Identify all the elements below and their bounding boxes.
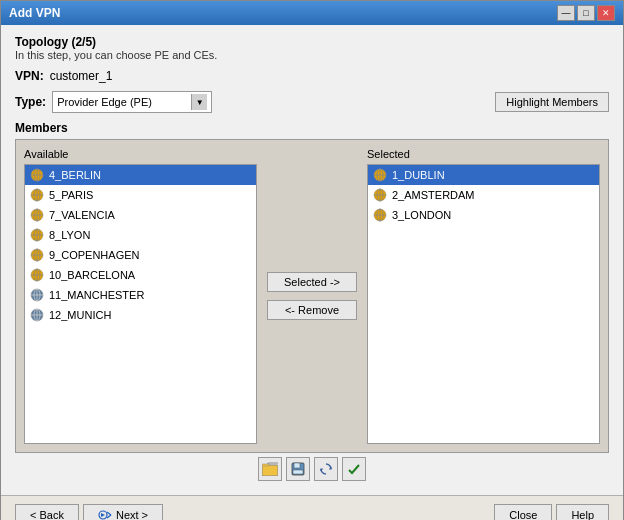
node-icon-barcelona [29, 267, 45, 283]
svg-rect-47 [294, 463, 300, 468]
help-button[interactable]: Help [556, 504, 609, 520]
selected-item-dublin[interactable]: 1_DUBLIN [368, 165, 599, 185]
members-label: Members [15, 121, 609, 135]
node-icon-london [372, 207, 388, 223]
type-row: Type: Provider Edge (PE) ▼ Highlight Mem… [15, 91, 609, 113]
next-icon [98, 510, 112, 520]
footer-left: < Back Next > [15, 504, 163, 520]
toolbar-btn-save[interactable] [286, 457, 310, 481]
vpn-row: VPN: customer_1 [15, 69, 609, 83]
topology-subtitle: In this step, you can choose PE and CEs. [15, 49, 609, 61]
node-icon-valencia [29, 207, 45, 223]
node-icon-paris [29, 187, 45, 203]
available-item-manchester[interactable]: 11_MANCHESTER [25, 285, 256, 305]
available-item-name-copenhagen: 9_COPENHAGEN [49, 249, 139, 261]
selected-item-name-london: 3_LONDON [392, 209, 451, 221]
available-item-name-barcelona: 10_BARCELONA [49, 269, 135, 281]
available-item-valencia[interactable]: 7_VALENCIA [25, 205, 256, 225]
available-item-paris[interactable]: 5_PARIS [25, 185, 256, 205]
selected-item-amsterdam[interactable]: 2_AMSTERDAM [368, 185, 599, 205]
available-item-name-manchester: 11_MANCHESTER [49, 289, 144, 301]
toolbar-btn-folder[interactable] [258, 457, 282, 481]
toolbar-btn-refresh[interactable] [314, 457, 338, 481]
selected-item-name-dublin: 1_DUBLIN [392, 169, 445, 181]
next-label: Next > [116, 509, 148, 520]
highlight-members-button[interactable]: Highlight Members [495, 92, 609, 112]
selected-listbox[interactable]: 1_DUBLIN 2_AMSTERDAM [367, 164, 600, 444]
selected-item-london[interactable]: 3_LONDON [368, 205, 599, 225]
node-icon-amsterdam [372, 187, 388, 203]
available-item-lyon[interactable]: 8_LYON [25, 225, 256, 245]
dropdown-selected-value: Provider Edge (PE) [57, 96, 191, 108]
back-button[interactable]: < Back [15, 504, 79, 520]
footer: < Back Next > Close Help [1, 495, 623, 520]
transfer-buttons: Selected -> <- Remove [257, 148, 367, 444]
content-area: Topology (2/5) In this step, you can cho… [1, 25, 623, 495]
type-dropdown[interactable]: Provider Edge (PE) ▼ [52, 91, 212, 113]
title-bar-buttons: — □ ✕ [557, 5, 615, 21]
close-window-button[interactable]: ✕ [597, 5, 615, 21]
available-item-name-paris: 5_PARIS [49, 189, 93, 201]
node-icon-berlin [29, 167, 45, 183]
selected-header: Selected [367, 148, 600, 160]
available-item-name-munich: 12_MUNICH [49, 309, 111, 321]
available-header: Available [24, 148, 257, 160]
vpn-label: VPN: [15, 69, 44, 83]
window-title: Add VPN [9, 6, 60, 20]
members-section: Members Available [15, 121, 609, 485]
available-item-copenhagen[interactable]: 9_COPENHAGEN [25, 245, 256, 265]
toolbar [15, 453, 609, 485]
members-panel: Available 4_BERLIN [15, 139, 609, 453]
svg-line-52 [107, 515, 111, 518]
available-item-berlin[interactable]: 4_BERLIN [25, 165, 256, 185]
available-item-name-berlin: 4_BERLIN [49, 169, 101, 181]
main-window: Add VPN — □ ✕ Topology (2/5) In this ste… [0, 0, 624, 520]
minimize-button[interactable]: — [557, 5, 575, 21]
node-icon-manchester [29, 287, 45, 303]
node-icon-dublin [372, 167, 388, 183]
node-icon-copenhagen [29, 247, 45, 263]
available-item-name-lyon: 8_LYON [49, 229, 90, 241]
maximize-button[interactable]: □ [577, 5, 595, 21]
available-item-munich[interactable]: 12_MUNICH [25, 305, 256, 325]
title-bar: Add VPN — □ ✕ [1, 1, 623, 25]
next-button[interactable]: Next > [83, 504, 163, 520]
vpn-value: customer_1 [50, 69, 113, 83]
selected-item-name-amsterdam: 2_AMSTERDAM [392, 189, 475, 201]
footer-right: Close Help [494, 504, 609, 520]
topology-header: Topology (2/5) [15, 35, 609, 49]
topology-section: Topology (2/5) In this step, you can cho… [15, 35, 609, 61]
available-item-barcelona[interactable]: 10_BARCELONA [25, 265, 256, 285]
dropdown-arrow-icon: ▼ [191, 94, 207, 110]
selected-arrow-button[interactable]: Selected -> [267, 272, 357, 292]
node-icon-lyon [29, 227, 45, 243]
svg-marker-50 [101, 513, 105, 517]
available-item-name-valencia: 7_VALENCIA [49, 209, 115, 221]
svg-rect-44 [262, 465, 278, 476]
close-button[interactable]: Close [494, 504, 552, 520]
node-icon-munich [29, 307, 45, 323]
available-list-container: Available 4_BERLIN [24, 148, 257, 444]
toolbar-btn-check[interactable] [342, 457, 366, 481]
svg-line-51 [107, 512, 111, 515]
remove-arrow-button[interactable]: <- Remove [267, 300, 357, 320]
selected-list-container: Selected 1_DUBLIN [367, 148, 600, 444]
svg-rect-45 [262, 464, 269, 466]
available-listbox[interactable]: 4_BERLIN 5_PARIS [24, 164, 257, 444]
svg-rect-48 [293, 470, 303, 474]
type-label: Type: [15, 95, 46, 109]
